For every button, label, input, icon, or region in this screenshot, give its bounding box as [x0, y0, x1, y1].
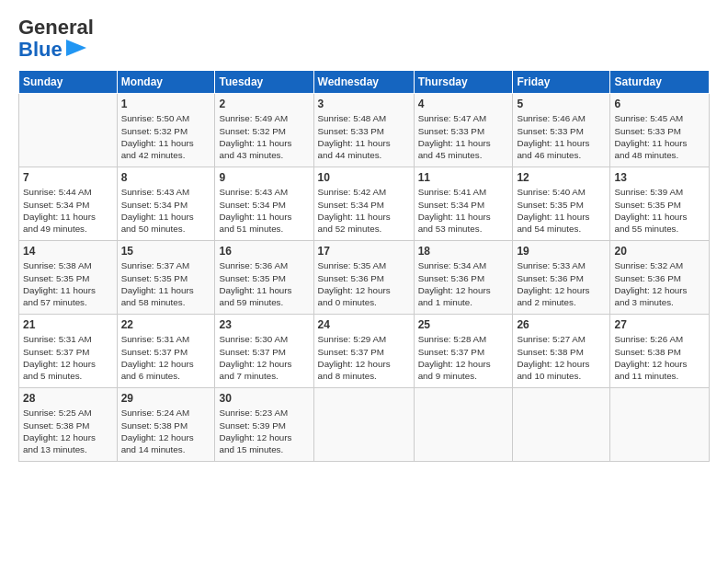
day-cell: 11Sunrise: 5:41 AM Sunset: 5:34 PM Dayli…: [414, 167, 513, 241]
day-number: 13: [614, 171, 705, 184]
day-cell: 5Sunrise: 5:46 AM Sunset: 5:33 PM Daylig…: [513, 94, 610, 167]
col-header-saturday: Saturday: [610, 71, 710, 94]
day-info: Sunrise: 5:34 AM Sunset: 5:36 PM Dayligh…: [418, 259, 509, 308]
day-info: Sunrise: 5:28 AM Sunset: 5:37 PM Dayligh…: [418, 333, 509, 382]
day-cell: 3Sunrise: 5:48 AM Sunset: 5:33 PM Daylig…: [313, 94, 414, 167]
day-cell: [313, 388, 414, 462]
day-cell: [19, 94, 118, 167]
day-cell: [610, 388, 710, 462]
day-cell: 28Sunrise: 5:25 AM Sunset: 5:38 PM Dayli…: [19, 388, 118, 462]
day-info: Sunrise: 5:45 AM Sunset: 5:33 PM Dayligh…: [614, 112, 705, 161]
day-info: Sunrise: 5:48 AM Sunset: 5:33 PM Dayligh…: [318, 112, 410, 161]
day-number: 21: [23, 318, 113, 331]
day-number: 23: [219, 318, 309, 331]
week-row-3: 14Sunrise: 5:38 AM Sunset: 5:35 PM Dayli…: [19, 241, 710, 315]
day-number: 26: [517, 318, 606, 331]
day-cell: 1Sunrise: 5:50 AM Sunset: 5:32 PM Daylig…: [117, 94, 215, 167]
day-cell: 16Sunrise: 5:36 AM Sunset: 5:35 PM Dayli…: [215, 241, 313, 315]
day-cell: 18Sunrise: 5:34 AM Sunset: 5:36 PM Dayli…: [414, 241, 513, 315]
week-row-4: 21Sunrise: 5:31 AM Sunset: 5:37 PM Dayli…: [19, 315, 710, 388]
col-header-sunday: Sunday: [19, 71, 118, 94]
day-cell: 7Sunrise: 5:44 AM Sunset: 5:34 PM Daylig…: [19, 167, 118, 241]
day-cell: 4Sunrise: 5:47 AM Sunset: 5:33 PM Daylig…: [414, 94, 513, 167]
day-number: 16: [219, 245, 309, 258]
day-info: Sunrise: 5:30 AM Sunset: 5:37 PM Dayligh…: [219, 333, 309, 382]
week-row-1: 1Sunrise: 5:50 AM Sunset: 5:32 PM Daylig…: [19, 94, 710, 167]
day-cell: [414, 388, 513, 462]
day-info: Sunrise: 5:29 AM Sunset: 5:37 PM Dayligh…: [318, 333, 410, 382]
day-number: 20: [614, 245, 705, 258]
logo-arrow-icon: [66, 40, 86, 56]
day-number: 18: [418, 245, 509, 258]
logo: General Blue: [18, 17, 94, 61]
day-cell: 27Sunrise: 5:26 AM Sunset: 5:38 PM Dayli…: [610, 315, 710, 388]
day-info: Sunrise: 5:23 AM Sunset: 5:39 PM Dayligh…: [219, 407, 309, 455]
day-cell: 20Sunrise: 5:32 AM Sunset: 5:36 PM Dayli…: [610, 241, 710, 315]
day-info: Sunrise: 5:24 AM Sunset: 5:38 PM Dayligh…: [121, 407, 211, 455]
day-cell: 2Sunrise: 5:49 AM Sunset: 5:32 PM Daylig…: [215, 94, 313, 167]
day-info: Sunrise: 5:39 AM Sunset: 5:35 PM Dayligh…: [614, 186, 705, 235]
day-cell: 15Sunrise: 5:37 AM Sunset: 5:35 PM Dayli…: [117, 241, 215, 315]
day-number: 17: [318, 245, 410, 258]
day-cell: 6Sunrise: 5:45 AM Sunset: 5:33 PM Daylig…: [610, 94, 710, 167]
day-info: Sunrise: 5:37 AM Sunset: 5:35 PM Dayligh…: [121, 259, 211, 308]
header: General Blue: [18, 17, 710, 61]
day-number: 10: [318, 171, 410, 184]
day-number: 30: [219, 392, 309, 405]
day-cell: 21Sunrise: 5:31 AM Sunset: 5:37 PM Dayli…: [19, 315, 118, 388]
day-cell: 14Sunrise: 5:38 AM Sunset: 5:35 PM Dayli…: [19, 241, 118, 315]
col-header-thursday: Thursday: [414, 71, 513, 94]
day-number: 24: [318, 318, 410, 331]
col-header-friday: Friday: [513, 71, 610, 94]
day-number: 1: [121, 98, 211, 110]
col-header-tuesday: Tuesday: [215, 71, 313, 94]
day-number: 3: [318, 98, 410, 110]
day-info: Sunrise: 5:31 AM Sunset: 5:37 PM Dayligh…: [121, 333, 211, 382]
day-number: 7: [23, 171, 113, 184]
col-header-wednesday: Wednesday: [313, 71, 414, 94]
day-number: 22: [121, 318, 211, 331]
day-info: Sunrise: 5:38 AM Sunset: 5:35 PM Dayligh…: [23, 259, 113, 308]
week-row-5: 28Sunrise: 5:25 AM Sunset: 5:38 PM Dayli…: [19, 388, 710, 462]
day-cell: 23Sunrise: 5:30 AM Sunset: 5:37 PM Dayli…: [215, 315, 313, 388]
day-number: 11: [418, 171, 509, 184]
day-cell: [513, 388, 610, 462]
day-cell: 26Sunrise: 5:27 AM Sunset: 5:38 PM Dayli…: [513, 315, 610, 388]
day-number: 2: [219, 98, 309, 110]
day-cell: 12Sunrise: 5:40 AM Sunset: 5:35 PM Dayli…: [513, 167, 610, 241]
day-info: Sunrise: 5:46 AM Sunset: 5:33 PM Dayligh…: [517, 112, 606, 161]
day-cell: 30Sunrise: 5:23 AM Sunset: 5:39 PM Dayli…: [215, 388, 313, 462]
day-info: Sunrise: 5:35 AM Sunset: 5:36 PM Dayligh…: [318, 259, 410, 308]
calendar-table: SundayMondayTuesdayWednesdayThursdayFrid…: [18, 70, 710, 462]
day-cell: 8Sunrise: 5:43 AM Sunset: 5:34 PM Daylig…: [117, 167, 215, 241]
svg-marker-0: [66, 40, 86, 56]
week-row-2: 7Sunrise: 5:44 AM Sunset: 5:34 PM Daylig…: [19, 167, 710, 241]
day-info: Sunrise: 5:27 AM Sunset: 5:38 PM Dayligh…: [517, 333, 606, 382]
day-info: Sunrise: 5:42 AM Sunset: 5:34 PM Dayligh…: [318, 186, 410, 235]
day-cell: 24Sunrise: 5:29 AM Sunset: 5:37 PM Dayli…: [313, 315, 414, 388]
day-info: Sunrise: 5:40 AM Sunset: 5:35 PM Dayligh…: [517, 186, 606, 235]
day-number: 8: [121, 171, 211, 184]
day-info: Sunrise: 5:43 AM Sunset: 5:34 PM Dayligh…: [121, 186, 211, 235]
page: General Blue SundayMondayTuesdayWednesda…: [0, 0, 728, 563]
col-header-monday: Monday: [117, 71, 215, 94]
day-info: Sunrise: 5:43 AM Sunset: 5:34 PM Dayligh…: [219, 186, 309, 235]
day-info: Sunrise: 5:36 AM Sunset: 5:35 PM Dayligh…: [219, 259, 309, 308]
day-info: Sunrise: 5:25 AM Sunset: 5:38 PM Dayligh…: [23, 407, 113, 455]
day-info: Sunrise: 5:33 AM Sunset: 5:36 PM Dayligh…: [517, 259, 606, 308]
day-info: Sunrise: 5:49 AM Sunset: 5:32 PM Dayligh…: [219, 112, 309, 161]
day-cell: 25Sunrise: 5:28 AM Sunset: 5:37 PM Dayli…: [414, 315, 513, 388]
day-cell: 22Sunrise: 5:31 AM Sunset: 5:37 PM Dayli…: [117, 315, 215, 388]
day-number: 19: [517, 245, 606, 258]
day-number: 6: [614, 98, 705, 110]
day-number: 27: [614, 318, 705, 331]
day-cell: 9Sunrise: 5:43 AM Sunset: 5:34 PM Daylig…: [215, 167, 313, 241]
day-info: Sunrise: 5:41 AM Sunset: 5:34 PM Dayligh…: [418, 186, 509, 235]
day-info: Sunrise: 5:32 AM Sunset: 5:36 PM Dayligh…: [614, 259, 705, 308]
day-number: 4: [418, 98, 509, 110]
day-cell: 29Sunrise: 5:24 AM Sunset: 5:38 PM Dayli…: [117, 388, 215, 462]
day-info: Sunrise: 5:26 AM Sunset: 5:38 PM Dayligh…: [614, 333, 705, 382]
day-number: 28: [23, 392, 113, 405]
day-number: 12: [517, 171, 606, 184]
day-info: Sunrise: 5:31 AM Sunset: 5:37 PM Dayligh…: [23, 333, 113, 382]
